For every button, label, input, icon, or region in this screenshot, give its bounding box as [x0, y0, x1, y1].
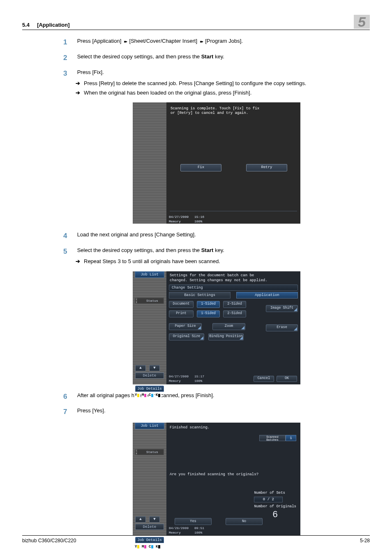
section-title: [Application]	[37, 22, 69, 28]
page-header: 5.4 [Application] 5	[22, 15, 370, 30]
delete-button[interactable]: Delete	[135, 372, 164, 379]
memory-label: Memory	[169, 379, 181, 383]
application-tab[interactable]: Application	[236, 292, 298, 298]
down-arrow-button[interactable]: ▼	[149, 516, 160, 523]
arrow-icon: ➔	[76, 89, 84, 97]
toner-y-icon: Y	[134, 393, 141, 398]
steps-list: 1 Press [Application] [Sheet/Cover/Chapt…	[63, 37, 370, 536]
basic-settings-tab[interactable]: Basic Settings	[169, 292, 231, 298]
step-number: 6	[63, 392, 76, 402]
panel-sidebar: Job List User Name Status ▲ ▼ Delete Job…	[133, 271, 166, 384]
job-list-tab[interactable]: Job List	[135, 271, 164, 278]
print-2sided-button[interactable]: 2-Sided	[223, 310, 246, 317]
print-label: Print	[169, 310, 194, 317]
fix-button[interactable]: Fix	[180, 164, 221, 171]
step-number: 1	[63, 37, 76, 47]
date-text: 04/27/2009	[169, 375, 189, 378]
memory-pct: 100%	[194, 379, 202, 383]
time-text: 09:51	[194, 526, 204, 530]
scanned-batches-count: 1	[286, 435, 296, 441]
job-list-tab[interactable]: Job List	[135, 423, 164, 429]
toner-k-icon: K	[155, 545, 161, 549]
date-text: 04/27/2009	[169, 215, 189, 219]
yes-button[interactable]: Yes	[175, 518, 212, 525]
document-label: Document	[169, 301, 194, 308]
paper-size-button[interactable]: Paper Size	[169, 323, 202, 330]
substep-text: Press [Retry] to delete the scanned job.…	[84, 80, 366, 87]
memory-label: Memory	[169, 220, 181, 223]
toner-c-icon: C	[148, 393, 154, 398]
page-number: 5-28	[360, 537, 370, 544]
step-number: 2	[63, 53, 76, 63]
substep-text: Repeat Steps 3 to 5 until all originals …	[84, 258, 366, 265]
doc-2sided-button[interactable]: 2-Sided	[223, 301, 246, 308]
step-text: Press [Yes].	[77, 407, 367, 414]
down-arrow-button[interactable]: ▼	[149, 365, 160, 371]
status-header: Status	[137, 298, 164, 304]
doc-1sided-button[interactable]: 1-Sided	[197, 301, 220, 308]
memory-pct: 100%	[194, 220, 202, 223]
step-number: 7	[63, 407, 76, 417]
model-name: bizhub C360/C280/C220	[22, 537, 76, 544]
status-header: Status	[137, 449, 164, 455]
job-details-button[interactable]: Job Details	[135, 386, 164, 392]
arrow-icon	[199, 38, 204, 44]
delete-button[interactable]: Delete	[135, 524, 164, 530]
date-text: 04/28/2009	[169, 526, 189, 530]
toner-y-icon: Y	[134, 545, 141, 549]
step-number: 3	[63, 69, 76, 79]
page-footer: bizhub C360/C280/C220 5-28	[22, 535, 370, 544]
screen-panel-finished: Job List User Name Status ▲ ▼ Delete Job…	[133, 423, 300, 536]
panel-message: Scanning is complete. Touch [Fix] to fix…	[171, 106, 296, 116]
num-sets-label: Number of Sets	[254, 490, 296, 496]
substep-text: When the original has been loaded on the…	[84, 89, 366, 97]
toner-c-icon: C	[148, 545, 154, 549]
step-number: 4	[63, 231, 76, 241]
panel-header: Settings for the document batch can be c…	[166, 271, 300, 284]
step-text: Load the next original and press [Change…	[77, 231, 367, 238]
toner-k-icon: K	[155, 393, 161, 398]
scanned-batches-label: Scanned Batches	[259, 435, 286, 441]
num-sets-value: 0 / 2	[254, 497, 283, 502]
memory-label: Memory	[169, 531, 181, 534]
memory-pct: 100%	[194, 531, 202, 534]
panel-header: Finished scanning.	[166, 423, 300, 433]
arrow-icon: ➔	[76, 258, 84, 265]
step-text: After all original pages have been scann…	[77, 392, 367, 399]
screen-panel-change-setting: Job List User Name Status ▲ ▼ Delete Job…	[133, 271, 300, 384]
step-number: 5	[63, 247, 76, 257]
zoom-button[interactable]: Zoom	[212, 323, 245, 330]
screen-panel-fix-retry: Scanning is complete. Touch [Fix] to fix…	[133, 102, 300, 224]
panel-sidebar: Job List User Name Status ▲ ▼ Delete Job…	[133, 423, 166, 536]
toner-m-icon: M	[141, 393, 148, 398]
up-arrow-button[interactable]: ▲	[135, 365, 146, 371]
num-originals-label: Number of Originals	[254, 504, 296, 509]
time-text: 15:16	[194, 215, 204, 219]
binding-position-button[interactable]: Binding Position	[208, 333, 244, 340]
arrow-icon	[123, 38, 128, 44]
original-size-button[interactable]: Original Size	[169, 333, 204, 340]
panel-sidebar	[133, 102, 166, 224]
print-1sided-button[interactable]: 1-Sided	[197, 310, 220, 317]
step-text: Select the desired copy settings, and th…	[77, 53, 367, 60]
change-setting-bar: Change Setting	[169, 284, 298, 291]
arrow-icon: ➔	[76, 80, 84, 87]
time-text: 15:17	[194, 375, 204, 378]
retry-button[interactable]: Retry	[246, 164, 287, 171]
erase-button[interactable]: Erase	[266, 324, 298, 331]
step-text: Select the desired copy settings, and th…	[77, 247, 367, 254]
toner-m-icon: M	[141, 545, 148, 549]
no-button[interactable]: No	[226, 518, 263, 525]
chapter-number: 5	[354, 15, 370, 29]
step-text: Press [Application] [Sheet/Cover/Chapter…	[77, 37, 367, 45]
step-text: Press [Fix].	[77, 69, 367, 76]
up-arrow-button[interactable]: ▲	[135, 516, 146, 523]
image-shift-button[interactable]: Image Shift	[266, 305, 298, 312]
confirm-question: Are you finished scanning the originals?	[170, 472, 258, 477]
section-number: 5.4	[22, 22, 30, 28]
